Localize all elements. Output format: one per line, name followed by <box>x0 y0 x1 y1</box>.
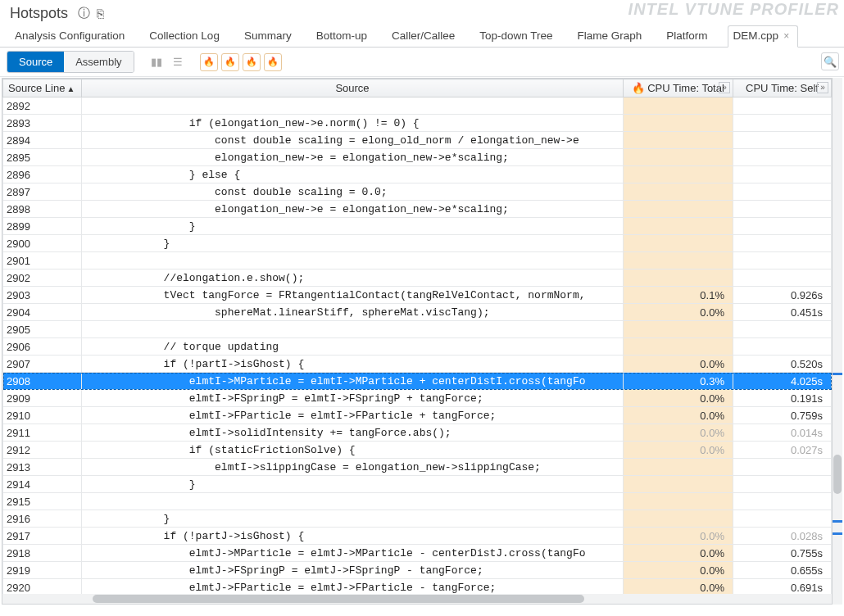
flame-nav-down-icon[interactable]: 🔥 <box>264 53 282 71</box>
table-row[interactable]: 2904 sphereMat.linearStiff, sphereMat.vi… <box>3 304 832 321</box>
cpu-self-cell <box>733 166 832 183</box>
col-cpu-total[interactable]: 🔥CPU Time: Total » <box>624 79 733 97</box>
search-icon[interactable]: 🔍 <box>821 52 839 70</box>
page-title: Hotspots <box>10 5 68 22</box>
line-number: 2908 <box>3 373 82 390</box>
source-table-wrap: Source Line▲ Source 🔥CPU Time: Total » C… <box>2 78 833 605</box>
table-row[interactable]: 2898 elongation_new->e = elongation_new-… <box>3 201 832 218</box>
table-row[interactable]: 2896 } else { <box>3 166 832 183</box>
cpu-total-cell <box>624 510 733 528</box>
cpu-total-cell <box>624 338 733 356</box>
source-cell: elmtI->FSpringP = elmtI->FSpringP + tang… <box>82 390 624 407</box>
line-number: 2911 <box>3 424 82 442</box>
line-number: 2898 <box>3 201 82 218</box>
source-cell: if (staticFrictionSolve) { <box>82 442 624 459</box>
cpu-total-cell <box>624 218 733 235</box>
table-row[interactable]: 2906 // torque updating <box>3 338 832 356</box>
col-source[interactable]: Source <box>82 79 624 97</box>
tab-bottom-up[interactable]: Bottom-up <box>311 26 372 47</box>
tab-collection-log[interactable]: Collection Log <box>144 26 225 47</box>
tab-dem-cpp[interactable]: DEM.cpp× <box>728 25 799 48</box>
assembly-toggle[interactable]: Assembly <box>64 52 133 72</box>
table-row[interactable]: 2909 elmtI->FSpringP = elmtI->FSpringP +… <box>3 390 832 407</box>
table-row[interactable]: 2919 elmtJ->FSpringP = elmtJ->FSpringP -… <box>3 562 832 579</box>
table-row[interactable]: 2903 tVect tangForce = FRtangentialConta… <box>3 287 832 304</box>
cpu-self-cell: 0.028s <box>733 528 832 545</box>
table-row[interactable]: 2899 } <box>3 218 832 235</box>
source-cell <box>82 97 624 115</box>
table-row[interactable]: 2911 elmtI->solidIntensity += tangForce.… <box>3 424 832 442</box>
table-row[interactable]: 2901 <box>3 252 832 270</box>
pause-icon[interactable]: ▮▮ <box>147 53 166 71</box>
source-cell: } <box>82 218 624 235</box>
help-icon[interactable]: ⓘ <box>78 6 90 21</box>
cpu-self-cell <box>733 493 832 510</box>
table-row[interactable]: 2912 if (staticFrictionSolve) {0.0%0.027… <box>3 442 832 459</box>
cpu-self-cell: 0.520s <box>733 356 832 373</box>
table-row[interactable]: 2893 if (elongation_new->e.norm() != 0) … <box>3 115 832 132</box>
tab-platform[interactable]: Platform <box>661 26 712 47</box>
col-cpu-total-label: CPU Time: Total <box>647 82 724 94</box>
horizontal-scrollbar-thumb[interactable] <box>93 595 584 603</box>
source-cell: } <box>82 235 624 252</box>
source-cell: elongation_new->e = elongation_new->e*sc… <box>82 149 624 166</box>
source-cell: if (!partI->isGhost) { <box>82 356 624 373</box>
col-source-line[interactable]: Source Line▲ <box>3 79 82 97</box>
table-row[interactable]: 2917 if (!partJ->isGhost) {0.0%0.028s <box>3 528 832 545</box>
table-row[interactable]: 2902 //elongation.e.show(); <box>3 270 832 287</box>
line-number: 2917 <box>3 528 82 545</box>
col-source-line-label: Source Line <box>8 82 65 94</box>
source-cell: // torque updating <box>82 338 624 356</box>
flame-nav-next-icon[interactable]: 🔥 <box>243 53 261 71</box>
expand-self-icon[interactable]: » <box>817 82 828 93</box>
cpu-total-cell: 0.0% <box>624 528 733 545</box>
table-row[interactable]: 2914 } <box>3 476 832 493</box>
table-row[interactable]: 2918 elmtJ->MParticle = elmtJ->MParticle… <box>3 545 832 562</box>
tab-top-down-tree[interactable]: Top-down Tree <box>474 26 557 47</box>
table-row[interactable]: 2895 elongation_new->e = elongation_new-… <box>3 149 832 166</box>
source-cell: sphereMat.linearStiff, sphereMat.viscTan… <box>82 304 624 321</box>
close-icon[interactable]: × <box>783 30 789 42</box>
tab-analysis-configuration[interactable]: Analysis Configuration <box>10 26 129 47</box>
col-cpu-self-label: CPU Time: Self <box>746 82 819 94</box>
table-row[interactable]: 2894 const double scaling = elong_old_no… <box>3 132 832 149</box>
source-cell: elmtJ->FSpringP = elmtJ->FSpringP - tang… <box>82 562 624 579</box>
tab-summary[interactable]: Summary <box>239 26 297 47</box>
vertical-scrollbar[interactable] <box>833 78 842 605</box>
source-cell: } <box>82 476 624 493</box>
table-row[interactable]: 2892 <box>3 97 832 115</box>
cpu-total-cell: 0.0% <box>624 356 733 373</box>
line-number: 2895 <box>3 149 82 166</box>
stack-icon[interactable]: ☰ <box>169 53 187 71</box>
vertical-scrollbar-thumb[interactable] <box>833 455 842 494</box>
line-number: 2904 <box>3 304 82 321</box>
expand-total-icon[interactable]: » <box>719 82 730 93</box>
table-row[interactable]: 2908 elmtI->MParticle = elmtI->MParticle… <box>3 373 832 390</box>
cpu-self-cell: 0.451s <box>733 304 832 321</box>
line-number: 2915 <box>3 493 82 510</box>
table-row[interactable]: 2905 <box>3 321 832 338</box>
line-number: 2899 <box>3 218 82 235</box>
tab-flame-graph[interactable]: Flame Graph <box>573 26 647 47</box>
table-row[interactable]: 2907 if (!partI->isGhost) {0.0%0.520s <box>3 356 832 373</box>
flame-nav-up-icon[interactable]: 🔥 <box>200 53 218 71</box>
col-cpu-self[interactable]: CPU Time: Self » <box>733 79 832 97</box>
cpu-self-cell <box>733 149 832 166</box>
cpu-total-cell <box>624 493 733 510</box>
source-toggle[interactable]: Source <box>7 52 64 72</box>
copy-report-icon[interactable]: ⎘ <box>97 7 104 20</box>
table-row[interactable]: 2900 } <box>3 235 832 252</box>
cpu-self-cell: 0.655s <box>733 562 832 579</box>
cpu-total-cell <box>624 270 733 287</box>
table-row[interactable]: 2913 elmtI->slippingCase = elongation_ne… <box>3 459 832 476</box>
flame-nav-prev-icon[interactable]: 🔥 <box>221 53 239 71</box>
table-row[interactable]: 2916 } <box>3 510 832 528</box>
source-cell <box>82 252 624 270</box>
horizontal-scrollbar[interactable] <box>2 594 832 604</box>
source-cell: elmtI->solidIntensity += tangForce.abs()… <box>82 424 624 442</box>
table-row[interactable]: 2910 elmtI->FParticle = elmtI->FParticle… <box>3 407 832 424</box>
cpu-self-cell <box>733 201 832 218</box>
table-row[interactable]: 2897 const double scaling = 0.0; <box>3 183 832 201</box>
tab-caller-callee[interactable]: Caller/Callee <box>387 26 460 47</box>
table-row[interactable]: 2915 <box>3 493 832 510</box>
